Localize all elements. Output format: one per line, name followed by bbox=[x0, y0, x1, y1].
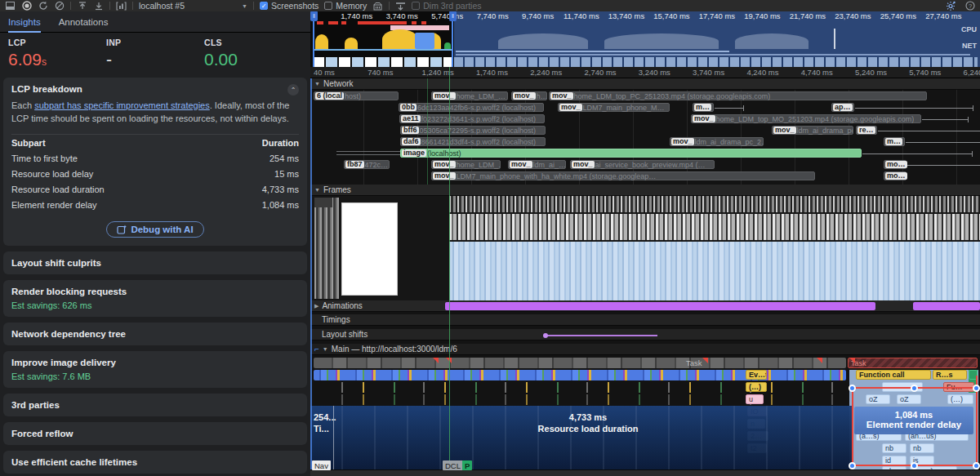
insight-card[interactable]: Network dependency tree bbox=[3, 323, 307, 345]
network-request-bar[interactable]: 6 (localhost) bbox=[314, 91, 399, 100]
improvement-strategies-link[interactable]: subpart has specific improvement strateg… bbox=[34, 100, 210, 110]
dcl-marker-badge[interactable]: DCL bbox=[443, 460, 463, 470]
flame-entry[interactable]: Ev…t bbox=[746, 370, 767, 380]
reload-record-icon[interactable] bbox=[38, 1, 48, 11]
annotation-handle[interactable] bbox=[973, 385, 980, 392]
annotation-handle[interactable] bbox=[911, 462, 918, 469]
metric-inp[interactable]: INP - bbox=[106, 38, 204, 78]
network-request-bar[interactable]: mov_ldm_ai_drama_pc_2… bbox=[670, 137, 764, 146]
network-request-bar[interactable]: mov_LDM7_main_phone_M… bbox=[558, 103, 670, 112]
frame-screenshot-thumbnail[interactable] bbox=[341, 202, 398, 296]
element-render-delay-overlay[interactable]: 1,084 ms Element render delay bbox=[854, 407, 973, 434]
save-profile-icon[interactable] bbox=[93, 1, 104, 11]
frames-track[interactable] bbox=[310, 196, 980, 300]
insight-card[interactable]: Use efficient cache lifetimes bbox=[3, 451, 307, 474]
network-request-bar[interactable]: mov_LDM7_main_phone_with_ha_white.mp4 (s… bbox=[431, 171, 815, 180]
performance-timeline[interactable]: 1,740 ms3,740 ms5,740 ms7,740 ms9,740 ms… bbox=[310, 11, 980, 476]
layout-shift-line[interactable] bbox=[546, 335, 657, 336]
minimap-time-label: 7,740 ms bbox=[477, 11, 509, 20]
minimap-left-grip[interactable]: ‖ bbox=[310, 11, 318, 21]
net-bar bbox=[456, 51, 729, 52]
network-section-header[interactable]: ▼ Network bbox=[310, 78, 980, 90]
timings-section-header[interactable]: Timings bbox=[310, 314, 980, 326]
flame-entry[interactable]: (…) bbox=[947, 394, 973, 404]
subpart-row[interactable]: Element render delay1,084 ms bbox=[11, 198, 299, 213]
horizontal-scroll-strip[interactable] bbox=[310, 469, 980, 476]
flame-entry[interactable]: (…) bbox=[746, 382, 767, 392]
flame-entry[interactable]: nb bbox=[910, 443, 934, 453]
flame-entry[interactable]: Function call bbox=[856, 370, 931, 380]
insight-card[interactable]: Improve image deliveryEst savings: 7.6 M… bbox=[3, 351, 307, 388]
debug-with-ai-button[interactable]: Debug with AI bbox=[106, 221, 203, 238]
flame-entry[interactable]: u bbox=[746, 394, 764, 404]
nav-marker-badge[interactable]: Nav bbox=[312, 460, 331, 470]
record-icon[interactable] bbox=[21, 1, 32, 11]
collapse-chevron-icon[interactable]: ⌃ bbox=[287, 84, 299, 96]
network-request-bar[interactable]: image(localhost) bbox=[400, 149, 862, 158]
network-request-bar[interactable]: re… bbox=[856, 126, 877, 135]
annotation-handle[interactable] bbox=[911, 385, 918, 392]
minimap-right-grip[interactable]: ‖ bbox=[449, 11, 457, 21]
network-request-bar[interactable]: mov_ldm_ai_drama_pc_1.mp4 (storag… bbox=[772, 126, 853, 135]
network-request-bar[interactable]: ap… bbox=[831, 103, 854, 112]
animation-bar[interactable] bbox=[913, 302, 980, 310]
network-request-bar[interactable]: mo… bbox=[884, 160, 906, 169]
annotation-handle[interactable] bbox=[973, 462, 980, 469]
network-request-bar[interactable]: mov_home_LDM_top_MO_251203.mp4 (storage.… bbox=[691, 114, 921, 123]
clear-icon[interactable] bbox=[54, 1, 65, 11]
history-dropdown[interactable]: localhost #5 ▼ bbox=[139, 1, 247, 11]
help-icon[interactable]: ? bbox=[964, 1, 975, 11]
metric-cls[interactable]: CLS 0.00 bbox=[204, 38, 302, 78]
timeline-ruler[interactable]: 40 ms740 ms1,240 ms1,740 ms2,240 ms2,740… bbox=[310, 67, 980, 78]
network-request-bar[interactable]: mov_ldm_ai_… bbox=[508, 160, 566, 169]
annotation-handle[interactable] bbox=[849, 462, 856, 469]
lcp-marker-badge[interactable]: P bbox=[462, 460, 472, 470]
network-request-bar[interactable]: mov_home_LDM_… bbox=[431, 91, 508, 100]
subpart-row[interactable]: Resource load duration4,733 ms bbox=[11, 182, 299, 198]
insight-card[interactable]: 3rd parties bbox=[3, 394, 307, 416]
network-request-bar[interactable]: mov_home_LDM_top_PC_251203.mp4 (storage.… bbox=[549, 91, 927, 100]
metric-lcp[interactable]: LCP 6.09s bbox=[8, 38, 106, 78]
network-request-bar[interactable]: ae11f023272d3641-s.p.woff2 (localhost) bbox=[399, 114, 545, 123]
annotation-handle[interactable] bbox=[849, 385, 856, 392]
insight-card[interactable]: Render blocking requestsEst savings: 626… bbox=[3, 280, 307, 317]
insight-card[interactable]: Layout shift culprits bbox=[3, 251, 307, 274]
subpart-row[interactable]: Time to first byte254 ms bbox=[11, 151, 299, 167]
cpu-activity-yellow bbox=[345, 38, 358, 49]
tab-insights[interactable]: Insights bbox=[8, 11, 41, 33]
animation-bar[interactable] bbox=[445, 302, 875, 310]
tab-annotations[interactable]: Annotations bbox=[59, 11, 109, 33]
flame-entry[interactable]: oZ bbox=[897, 394, 921, 404]
network-request-bar[interactable]: m… bbox=[884, 137, 905, 146]
insight-card[interactable]: Forced reflow bbox=[3, 422, 307, 445]
network-request-bar[interactable]: daf68661421d3df4-s.p.woff2 (localhost) bbox=[400, 137, 546, 146]
memory-checkbox[interactable]: Memory bbox=[324, 1, 367, 11]
frames-section-header[interactable]: ▼ Frames bbox=[310, 185, 980, 196]
live-metrics-icon[interactable] bbox=[116, 1, 127, 11]
network-request-bar[interactable]: mov_h… bbox=[511, 91, 547, 100]
flame-entry[interactable]: R…s bbox=[933, 370, 967, 380]
flame-entry[interactable]: oZ bbox=[866, 394, 890, 404]
long-task-bar[interactable]: Task bbox=[848, 358, 978, 368]
network-request-bar[interactable]: mov_ai_service_book_preview.mp4 (… bbox=[570, 160, 715, 169]
dim-3rd-parties-checkbox[interactable]: Dim 3rd parties bbox=[412, 1, 481, 11]
load-profile-icon[interactable] bbox=[77, 1, 87, 11]
network-request-bar[interactable]: m… bbox=[693, 103, 714, 112]
network-request-bar[interactable]: bff605305ca72295-s.p.woff2 (localhost) bbox=[400, 126, 546, 135]
layout-shift-dot[interactable] bbox=[543, 333, 548, 338]
dock-panel-icon[interactable] bbox=[5, 1, 16, 11]
network-request-bar[interactable]: 0bb6dc123aa42fb6-s.p.woff2 (localhost) bbox=[399, 103, 544, 112]
collect-garbage-icon[interactable] bbox=[372, 1, 383, 11]
ai-settings-gear-icon[interactable] bbox=[946, 1, 956, 11]
screenshots-checkbox[interactable]: ✓ Screenshots bbox=[260, 1, 318, 11]
subpart-row[interactable]: Resource load delay15 ms bbox=[11, 167, 299, 182]
network-track[interactable]: 6 (localhost)mov_home_LDM_…mov_h…mov_hom… bbox=[310, 90, 980, 185]
network-request-bar[interactable]: fb87472c… bbox=[344, 160, 390, 169]
network-conditions-icon[interactable] bbox=[395, 1, 406, 11]
main-thread-header[interactable]: ⌐ ▼ Main — http://localhost:3000/ldm/6 bbox=[310, 344, 980, 355]
lcp-breakdown-card[interactable]: LCP breakdown ⌃ Each subpart has specifi… bbox=[3, 78, 307, 246]
timeline-minimap[interactable]: 1,740 ms3,740 ms5,740 ms7,740 ms9,740 ms… bbox=[310, 11, 980, 67]
flame-entry[interactable]: nb bbox=[882, 443, 906, 453]
network-request-bar[interactable]: mo… bbox=[884, 171, 906, 180]
network-request-bar[interactable]: mov_home_LDM_… bbox=[431, 160, 501, 169]
